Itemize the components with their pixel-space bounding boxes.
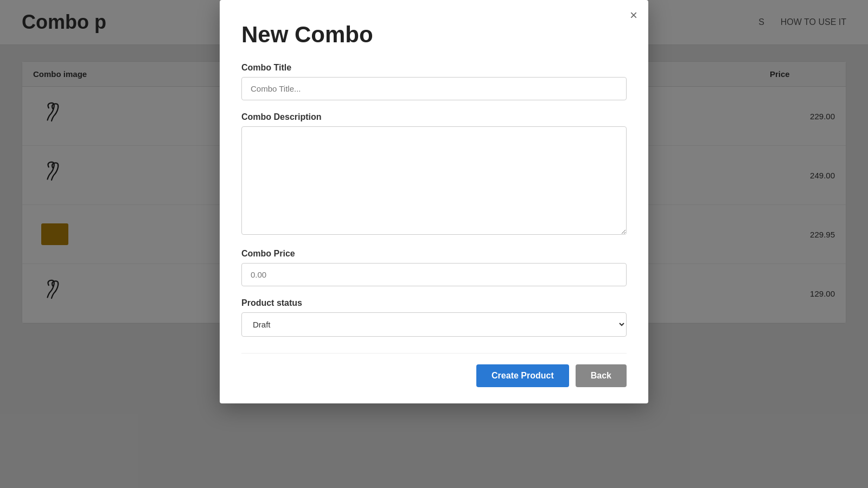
create-product-button[interactable]: Create Product xyxy=(476,364,569,387)
combo-price-input[interactable] xyxy=(241,263,627,286)
combo-description-input[interactable] xyxy=(241,126,627,235)
combo-title-label: Combo Title xyxy=(241,63,627,73)
combo-price-label: Combo Price xyxy=(241,249,627,259)
new-combo-modal: × New Combo Combo Title Combo Descriptio… xyxy=(220,0,648,403)
combo-description-label: Combo Description xyxy=(241,112,627,122)
combo-description-group: Combo Description xyxy=(241,112,627,237)
product-status-group: Product status Draft Active Archived xyxy=(241,298,627,337)
combo-title-group: Combo Title xyxy=(241,63,627,100)
product-status-label: Product status xyxy=(241,298,627,308)
close-button[interactable]: × xyxy=(630,9,637,22)
back-button[interactable]: Back xyxy=(576,364,627,387)
modal-overlay: × New Combo Combo Title Combo Descriptio… xyxy=(0,0,868,488)
product-status-select[interactable]: Draft Active Archived xyxy=(241,312,627,337)
combo-title-input[interactable] xyxy=(241,77,627,100)
modal-footer: Create Product Back xyxy=(241,353,627,387)
modal-title: New Combo xyxy=(241,22,627,48)
combo-price-group: Combo Price xyxy=(241,249,627,286)
